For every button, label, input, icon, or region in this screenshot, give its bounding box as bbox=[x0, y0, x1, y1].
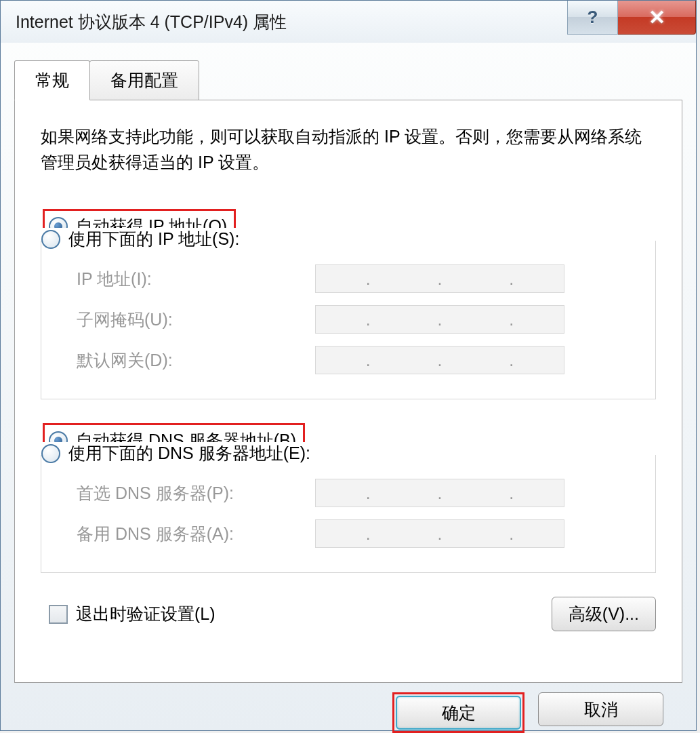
ip-dot: . bbox=[492, 524, 531, 544]
subnet-mask-input[interactable]: . . . bbox=[315, 305, 564, 334]
button-label: 取消 bbox=[584, 698, 618, 721]
close-button[interactable]: ✕ bbox=[618, 1, 696, 35]
radio-label: 使用下面的 IP 地址(S): bbox=[68, 228, 239, 250]
checkbox-icon bbox=[49, 605, 68, 624]
radio-manual-ip[interactable]: 使用下面的 IP 地址(S): bbox=[41, 228, 243, 250]
advanced-button[interactable]: 高级(V)... bbox=[552, 597, 656, 631]
checkbox-label: 退出时验证设置(L) bbox=[76, 603, 215, 625]
ip-dot: . bbox=[421, 524, 459, 544]
ip-dot: . bbox=[421, 351, 459, 370]
ip-dot: . bbox=[421, 483, 459, 503]
description-text: 如果网络支持此功能，则可以获取自动指派的 IP 设置。否则，您需要从网络系统管理… bbox=[41, 124, 656, 175]
field-label: 子网掩码(U): bbox=[58, 309, 315, 331]
default-gateway-input[interactable]: . . . bbox=[315, 346, 564, 374]
ip-dot: . bbox=[492, 269, 531, 289]
dns-fieldset: 使用下面的 DNS 服务器地址(E): 首选 DNS 服务器(P): . . . bbox=[41, 455, 656, 573]
ip-dot: . bbox=[349, 524, 388, 544]
ip-dot: . bbox=[349, 483, 388, 503]
field-preferred-dns: 首选 DNS 服务器(P): . . . bbox=[58, 479, 639, 507]
cancel-button-wrap: 取消 bbox=[538, 692, 663, 733]
bottom-row: 退出时验证设置(L) 高级(V)... bbox=[41, 597, 656, 631]
help-button[interactable]: ? bbox=[567, 1, 618, 35]
radio-icon bbox=[41, 444, 60, 463]
tab-general[interactable]: 常规 bbox=[14, 60, 90, 100]
ip-address-input[interactable]: . . . bbox=[315, 264, 564, 293]
field-label: 备用 DNS 服务器(A): bbox=[58, 523, 315, 545]
field-label: 首选 DNS 服务器(P): bbox=[58, 482, 315, 504]
field-default-gateway: 默认网关(D): . . . bbox=[58, 346, 639, 374]
ip-dot: . bbox=[349, 351, 388, 370]
ip-option-group: 自动获得 IP 地址(O) 使用下面的 IP 地址(S): IP 地址(I): bbox=[41, 209, 656, 399]
dns-option-group: 自动获得 DNS 服务器地址(B) 使用下面的 DNS 服务器地址(E): 首选… bbox=[41, 423, 656, 573]
radio-icon bbox=[41, 230, 60, 249]
ok-button[interactable]: 确定 bbox=[396, 696, 521, 730]
dialog-buttons: 确定 取消 bbox=[14, 683, 682, 733]
window-title: Internet 协议版本 4 (TCP/IPv4) 属性 bbox=[16, 11, 287, 33]
close-icon: ✕ bbox=[648, 5, 665, 29]
tab-container: 常规 备用配置 如果网络支持此功能，则可以获取自动指派的 IP 设置。否则，您需… bbox=[14, 60, 682, 683]
ip-dot: . bbox=[492, 310, 531, 330]
ip-dot: . bbox=[349, 269, 388, 289]
titlebar: Internet 协议版本 4 (TCP/IPv4) 属性 ? ✕ bbox=[1, 1, 696, 43]
tab-label: 备用配置 bbox=[110, 71, 178, 90]
manual-dns-group: 使用下面的 DNS 服务器地址(E): 首选 DNS 服务器(P): . . . bbox=[41, 455, 656, 573]
tab-label: 常规 bbox=[35, 71, 69, 90]
tab-strip: 常规 备用配置 bbox=[14, 60, 682, 100]
field-label: IP 地址(I): bbox=[58, 268, 315, 290]
ip-fieldset: 使用下面的 IP 地址(S): IP 地址(I): . . . bbox=[41, 241, 656, 399]
radio-manual-dns[interactable]: 使用下面的 DNS 服务器地址(E): bbox=[41, 442, 314, 464]
ip-dot: . bbox=[349, 310, 388, 330]
help-icon: ? bbox=[588, 7, 598, 28]
field-label: 默认网关(D): bbox=[58, 349, 315, 372]
titlebar-buttons: ? ✕ bbox=[567, 1, 696, 35]
tab-panel-general: 如果网络支持此功能，则可以获取自动指派的 IP 设置。否则，您需要从网络系统管理… bbox=[14, 100, 682, 683]
ip-dot: . bbox=[492, 483, 531, 503]
validate-checkbox-container[interactable]: 退出时验证设置(L) bbox=[49, 603, 215, 625]
ip-dot: . bbox=[421, 310, 459, 330]
radio-label: 使用下面的 DNS 服务器地址(E): bbox=[68, 442, 310, 464]
field-subnet-mask: 子网掩码(U): . . . bbox=[58, 305, 639, 334]
preferred-dns-input[interactable]: . . . bbox=[315, 479, 564, 507]
field-ip-address: IP 地址(I): . . . bbox=[58, 264, 639, 293]
button-label: 确定 bbox=[442, 702, 476, 724]
field-alternate-dns: 备用 DNS 服务器(A): . . . bbox=[58, 519, 639, 548]
tab-alternate[interactable]: 备用配置 bbox=[89, 60, 199, 100]
ip-dot: . bbox=[492, 351, 531, 370]
alternate-dns-input[interactable]: . . . bbox=[315, 519, 564, 548]
button-label: 高级(V)... bbox=[569, 604, 639, 623]
dialog-window: Internet 协议版本 4 (TCP/IPv4) 属性 ? ✕ 常规 备用配… bbox=[0, 0, 697, 731]
content-area: 常规 备用配置 如果网络支持此功能，则可以获取自动指派的 IP 设置。否则，您需… bbox=[1, 43, 696, 733]
ip-dot: . bbox=[421, 269, 459, 289]
cancel-button[interactable]: 取消 bbox=[538, 692, 663, 726]
ok-button-highlight: 确定 bbox=[392, 692, 524, 733]
manual-ip-group: 使用下面的 IP 地址(S): IP 地址(I): . . . bbox=[41, 241, 656, 399]
